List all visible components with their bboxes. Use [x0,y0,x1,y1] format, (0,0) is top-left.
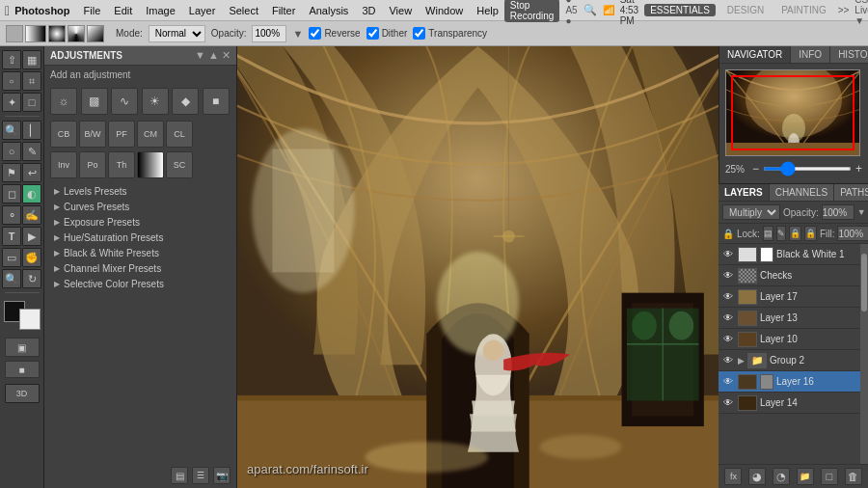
move-tool[interactable]: ⇧ [2,50,21,69]
bw-btn[interactable]: B/W [79,121,106,148]
ruler-tool[interactable]: ⎢ [22,121,41,140]
color-lookup-btn[interactable]: CL [166,121,193,148]
design-button[interactable]: DESIGN [721,4,770,16]
preset-bw[interactable]: ▶ Black & White Presets [50,246,231,260]
info-tab[interactable]: INFO [791,46,830,63]
stop-recording-button[interactable]: Stop Recording [504,0,560,22]
essentials-button[interactable]: ESSENTIALS [644,4,716,16]
adj-list-icon[interactable]: ☰ [192,467,209,484]
invert-btn[interactable]: Inv [50,151,77,178]
channels-tab[interactable]: CHANNELS [770,184,834,201]
layer-mask-btn[interactable]: ◕ [748,468,766,485]
group-expand-arrow[interactable]: ▶ [738,356,745,366]
quick-mask-button[interactable]: ▣ [5,338,40,357]
mode-select[interactable]: Normal [149,25,205,42]
reverse-checkbox[interactable] [309,27,321,40]
magic-wand-tool[interactable]: ✦ [2,93,21,112]
color-balance-btn[interactable]: CB [50,121,77,148]
posterize-btn[interactable]: Po [79,151,106,178]
layer-opacity-input[interactable] [822,204,854,220]
hand-tool[interactable]: ✊ [22,248,41,267]
gradient-tool[interactable]: ◐ [22,184,41,203]
menu-filter[interactable]: Filter [266,3,301,18]
curves-btn[interactable]: ∿ [111,88,138,115]
layer-item-14[interactable]: 👁 Layer 14 [719,393,860,414]
preset-channel-mixer[interactable]: ▶ Channel Mixer Presets [50,261,231,276]
adj-grid-icon[interactable]: ▤ [171,467,188,484]
photo-filter-btn[interactable]: PF [108,121,135,148]
background-color[interactable] [19,309,41,330]
histogram-tab[interactable]: HISTOGRAM [830,46,868,63]
layer-item-10[interactable]: 👁 Layer 10 [719,329,860,350]
layer-eye-checks[interactable]: 👁 [721,269,735,283]
menu-3d[interactable]: 3D [356,3,381,18]
menu-layer[interactable]: Layer [183,3,222,18]
reverse-checkbox-group[interactable]: Reverse [309,27,360,40]
menu-help[interactable]: Help [471,3,504,18]
zoom-slider[interactable] [763,167,852,171]
marquee-tool[interactable]: ▫ [2,71,21,91]
preset-levels[interactable]: ▶ Levels Presets [50,184,231,199]
zoom-tool[interactable]: 🔍 [2,269,21,288]
eyedropper-tool[interactable]: 🔍 [2,121,21,140]
menu-select[interactable]: Select [223,3,264,18]
navigator-tab[interactable]: NAVIGATOR [719,46,791,63]
blend-mode-select[interactable]: Multiply [722,204,780,220]
artboard-tool[interactable]: ▦ [22,50,41,69]
dither-checkbox-group[interactable]: Dither [366,27,408,40]
menu-image[interactable]: Image [140,3,181,18]
gradient-tool-option5[interactable] [87,25,104,42]
hue-saturation-btn[interactable]: ■ [203,88,230,115]
preset-selective-color[interactable]: ▶ Selective Color Presets [50,277,231,291]
rotate-view-tool[interactable]: ↻ [22,269,41,288]
transparency-checkbox[interactable] [413,27,425,40]
levels-btn[interactable]: ▩ [81,88,108,115]
gradient-map-btn[interactable] [137,151,164,178]
pen-tool[interactable]: ✍ [22,205,41,225]
type-tool[interactable]: T [2,227,21,246]
adjustments-panel-header[interactable]: ADJUSTMENTS ▼ ▲ ✕ [44,46,236,66]
spot-heal-tool[interactable]: ○ [2,142,21,161]
layer-item-checks[interactable]: 👁 Checks [719,265,860,286]
brush-tool[interactable]: ✎ [22,142,41,161]
layer-item-17[interactable]: 👁 Layer 17 [719,286,860,308]
exposure-btn[interactable]: ☀ [142,88,169,115]
layer-eye-10[interactable]: 👁 [721,333,735,346]
layers-scrollbar-thumb[interactable] [861,254,867,312]
adjustments-close[interactable]: ▼ ▲ ✕ [195,49,231,62]
layer-fx-btn[interactable]: fx [724,468,742,485]
navigator-thumbnail[interactable] [725,69,860,156]
gradient-tool-option2[interactable] [25,25,46,42]
menu-window[interactable]: Window [420,3,469,18]
canvas-area[interactable]: aparat.com/farinsoft.ir [237,46,719,488]
layer-item-group2[interactable]: 👁 ▶ 📁 Group 2 [719,350,860,371]
path-select-tool[interactable]: ▶ [22,227,41,246]
transparency-checkbox-group[interactable]: Transparency [413,27,487,40]
history-brush-tool[interactable]: ↩ [22,163,41,182]
menu-view[interactable]: View [383,3,418,18]
layer-eye-13[interactable]: 👁 [721,312,735,325]
screen-mode-button[interactable]: ■ [5,361,40,378]
zoom-in-btn[interactable]: + [855,162,862,176]
layer-eye-bw1[interactable]: 👁 [721,248,735,261]
adj-camera-icon[interactable]: 📷 [213,467,231,484]
layer-adjustment-btn[interactable]: ◔ [773,468,790,485]
layer-eye-17[interactable]: 👁 [721,290,735,304]
crop-tool[interactable]: □ [22,93,41,112]
menu-file[interactable]: File [78,3,107,18]
lock-image-btn[interactable]: ✎ [776,226,786,241]
layer-group-btn[interactable]: 📁 [797,468,814,485]
3d-tool[interactable]: 3D [5,384,40,403]
gradient-tool-option4[interactable] [68,25,85,42]
layer-delete-btn[interactable]: 🗑 [845,468,862,485]
brightness-contrast-btn[interactable]: ☼ [50,88,77,115]
gradient-tool-option1[interactable] [6,25,23,42]
eraser-tool[interactable]: ◻ [2,184,21,203]
lock-transparent-btn[interactable]: ▤ [763,226,773,241]
layer-eye-group2[interactable]: 👁 [721,354,735,367]
layer-fill-input[interactable] [837,226,868,241]
dither-checkbox[interactable] [366,27,379,40]
opacity-input[interactable] [252,25,286,42]
preset-exposure[interactable]: ▶ Exposure Presets [50,215,231,230]
menu-analysis[interactable]: Analysis [303,3,354,18]
